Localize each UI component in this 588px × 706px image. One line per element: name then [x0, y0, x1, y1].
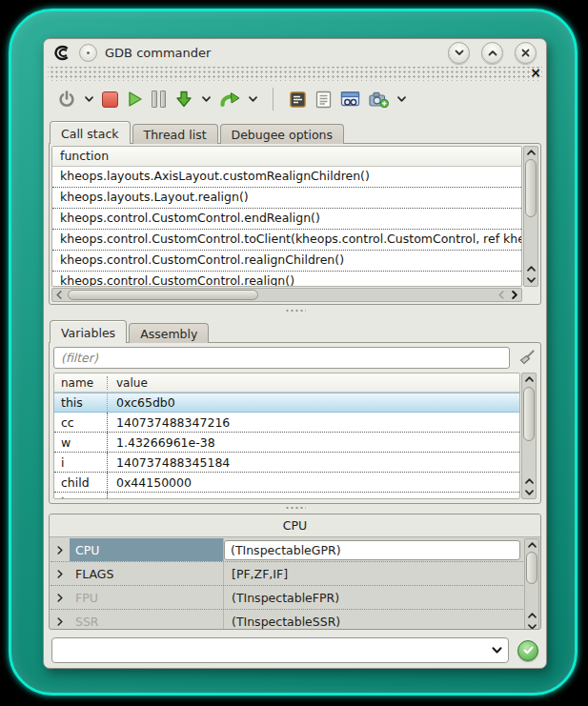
variable-value: 1.43266961e-38 — [108, 495, 224, 500]
expand-chevron-icon[interactable] — [51, 570, 70, 578]
variable-value: 0x44150000 — [108, 475, 200, 490]
filter-input[interactable] — [53, 347, 510, 369]
pane-close-icon[interactable]: × — [530, 66, 541, 79]
variable-row[interactable]: child 0x44150000 — [54, 473, 519, 493]
combo-dropdown-chevron[interactable] — [485, 638, 508, 662]
command-input[interactable] — [52, 643, 485, 657]
variable-value: 140737488347216 — [108, 415, 238, 430]
pane-splitter[interactable] — [44, 305, 546, 316]
register-group-value[interactable]: [PF,ZF,IF] — [224, 567, 523, 581]
register-group-row[interactable]: FLAGS [PF,ZF,IF] — [51, 562, 523, 586]
breakpoints-list-icon[interactable] — [289, 91, 307, 109]
shade-icon[interactable] — [448, 42, 470, 64]
tab-debugee-options[interactable]: Debugee options — [220, 124, 345, 144]
scroll-up-icon[interactable] — [524, 147, 537, 158]
scroll-up-icon[interactable] — [525, 610, 538, 621]
command-row — [51, 637, 538, 663]
tab-thread-list[interactable]: Thread list — [132, 124, 218, 144]
step-into-dropdown-chevron[interactable] — [202, 96, 211, 102]
column-header-name[interactable]: name — [54, 376, 108, 390]
expand-chevron-icon[interactable] — [51, 617, 70, 626]
unshade-icon[interactable] — [481, 42, 503, 64]
variable-row[interactable]: this 0xc65db0 — [54, 393, 519, 413]
stop-icon[interactable] — [102, 91, 118, 108]
variable-value: 1.43266961e-38 — [108, 435, 224, 450]
call-log-icon[interactable] — [315, 91, 332, 109]
scroll-right-icon[interactable] — [508, 291, 521, 299]
tab-call-stack[interactable]: Call stack — [50, 121, 131, 144]
splitter-grip-icon — [285, 506, 306, 511]
execute-check-icon[interactable] — [517, 640, 538, 661]
register-group-name: CPU — [70, 538, 224, 561]
scroll-down-icon[interactable] — [524, 274, 537, 286]
scroll-up-icon[interactable] — [524, 263, 537, 274]
clear-filter-broom-icon[interactable] — [516, 350, 537, 366]
stack-frame-row[interactable]: kheops.layouts.AxisLayout.customRealignC… — [52, 167, 521, 188]
pause-icon[interactable] — [152, 91, 166, 108]
expand-chevron-icon[interactable] — [51, 594, 70, 602]
callstack-vertical-scrollbar[interactable] — [523, 146, 538, 287]
titlebar[interactable]: GDB commander — [44, 39, 546, 66]
pane-drag-handle[interactable]: × — [48, 67, 542, 81]
variable-name: b — [54, 493, 108, 499]
scroll-thumb[interactable] — [526, 552, 537, 584]
register-group-row[interactable]: FPU (TInspectableFPR) — [51, 586, 523, 610]
stack-frame-row[interactable]: kheops.control.CustomControl.toClient(kh… — [52, 230, 521, 251]
scroll-down-icon[interactable] — [525, 621, 538, 630]
scroll-down-icon[interactable] — [522, 487, 536, 498]
add-watch-icon[interactable] — [369, 91, 389, 109]
scroll-left-icon[interactable] — [52, 291, 66, 299]
scroll-up-icon[interactable] — [522, 373, 536, 385]
step-over-dropdown-chevron[interactable] — [249, 96, 257, 102]
scroll-up-icon[interactable] — [525, 539, 538, 551]
pane-splitter[interactable] — [44, 504, 546, 513]
step-into-icon[interactable] — [174, 90, 193, 109]
register-group-value[interactable]: (TInspectableSSR) — [224, 615, 523, 629]
step-over-icon[interactable] — [219, 91, 240, 109]
inspect-pane-tabs: VariablesAssembly — [49, 320, 541, 343]
stack-frame-row[interactable]: kheops.control.CustomControl.realignChil… — [52, 251, 521, 272]
power-dropdown-chevron[interactable] — [85, 96, 93, 102]
register-group-row[interactable]: CPU (TInspectableGPR) — [51, 538, 523, 562]
watches-window-icon[interactable] — [340, 91, 360, 109]
cpu-vertical-scrollbar[interactable] — [524, 538, 539, 630]
register-group-value[interactable]: (TInspectableFPR) — [224, 591, 523, 605]
variable-row[interactable]: i 140737488345184 — [54, 453, 519, 473]
variable-row[interactable]: w 1.43266961e-38 — [54, 433, 519, 453]
scroll-up-icon[interactable] — [522, 475, 536, 487]
decorative-teal-frame: GDB commander × — [9, 9, 578, 696]
column-header-value[interactable]: value — [108, 376, 156, 390]
stack-frame-row[interactable]: kheops.layouts.Layout.realign() — [52, 188, 521, 209]
scroll-track[interactable] — [522, 385, 536, 475]
register-group-value[interactable]: (TInspectableGPR) — [224, 540, 520, 560]
splitter-grip-icon — [285, 309, 306, 313]
variable-name: i — [54, 453, 108, 472]
scroll-thumb[interactable] — [68, 290, 258, 300]
close-icon[interactable] — [515, 42, 537, 64]
window-menu-icon[interactable] — [79, 44, 97, 62]
scroll-thumb[interactable] — [523, 387, 535, 441]
expand-chevron-icon[interactable] — [51, 546, 70, 555]
register-group-row[interactable]: SSR (TInspectableSSR) — [51, 610, 523, 630]
add-watch-dropdown-chevron[interactable] — [397, 96, 406, 102]
variable-row[interactable]: b 1.43266961e-38 — [54, 493, 519, 499]
column-header-function[interactable]: function — [52, 147, 521, 167]
callstack-horizontal-scrollbar[interactable] — [51, 288, 522, 302]
scroll-track[interactable] — [524, 158, 537, 263]
power-icon[interactable] — [57, 90, 76, 109]
tab-assembly[interactable]: Assembly — [129, 323, 209, 343]
tab-variables[interactable]: Variables — [50, 320, 127, 343]
variable-row[interactable]: cc 140737488347216 — [54, 413, 519, 433]
scroll-thumb[interactable] — [525, 159, 537, 217]
variables-vertical-scrollbar[interactable] — [521, 373, 537, 499]
stack-frame-row[interactable]: kheops.control.CustomControl.endRealign(… — [52, 209, 521, 230]
scroll-track[interactable] — [525, 551, 538, 610]
scroll-track[interactable] — [66, 289, 495, 301]
command-combobox[interactable] — [51, 637, 509, 663]
app-logo-icon — [53, 45, 71, 61]
filter-row — [53, 347, 537, 369]
scroll-left-icon[interactable] — [495, 291, 508, 299]
continue-icon[interactable] — [127, 91, 143, 108]
variable-name: cc — [54, 413, 108, 432]
stack-frame-row[interactable]: kheops.control.CustomControl.realign() — [52, 272, 521, 287]
